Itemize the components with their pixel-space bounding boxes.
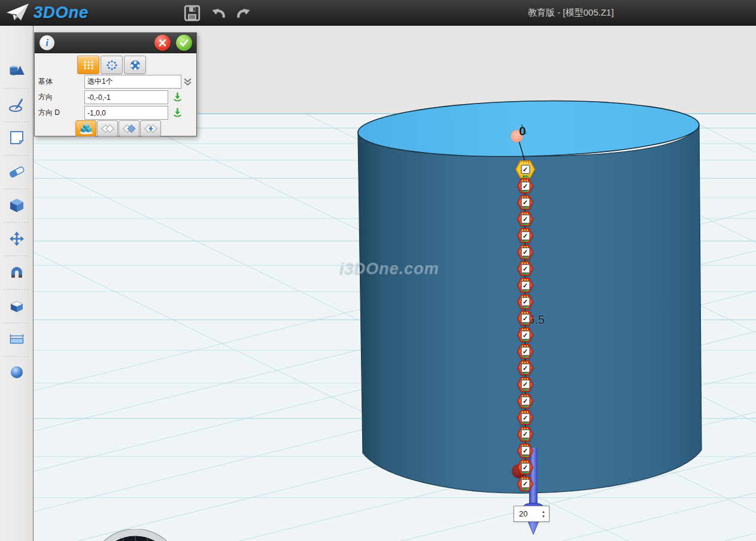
pattern-instance-handle[interactable]: ✓ xyxy=(517,211,533,226)
sidebar-separator xyxy=(4,88,29,89)
primitives-icon xyxy=(8,63,25,80)
sidebar-item-dimension[interactable] xyxy=(0,327,33,351)
pattern-instance-handle[interactable]: ✓ xyxy=(517,178,533,193)
sidebar-item-move[interactable] xyxy=(0,227,33,251)
direction-field-label: 方向 xyxy=(38,90,53,104)
hex-marker-shape: ✓ xyxy=(517,476,533,491)
sidebar-item-special[interactable] xyxy=(0,293,33,317)
circular-pattern-button[interactable] xyxy=(101,56,123,74)
pattern-instance-handle[interactable]: ✓ xyxy=(517,394,533,409)
direction-d-field-label: 方向 D xyxy=(38,106,60,120)
variance-center-button[interactable] xyxy=(140,120,161,136)
sidebar-item-solid[interactable] xyxy=(0,193,33,217)
pattern-instance-handle[interactable]: ✓ xyxy=(517,294,533,309)
instance-checkbox[interactable]: ✓ xyxy=(521,380,530,389)
dimension-icon xyxy=(8,330,25,347)
pattern-instance-handle[interactable]: ✓ xyxy=(517,195,533,210)
instance-checkbox[interactable]: ✓ xyxy=(521,479,530,488)
sidebar-item-sketch-plane[interactable] xyxy=(0,126,33,150)
window-title: 教育版 - [模型005.Z1] xyxy=(528,0,614,25)
special-box-icon xyxy=(8,297,25,314)
instance-checkbox[interactable]: ✓ xyxy=(521,397,530,406)
instance-checkbox[interactable]: ✓ xyxy=(521,430,530,439)
instance-checkbox[interactable]: ✓ xyxy=(521,248,530,257)
pattern-count-spinner[interactable]: ▲ ▼ xyxy=(514,506,549,522)
two-diamonds-icon xyxy=(100,123,116,135)
instance-checkbox[interactable]: ✓ xyxy=(521,330,530,339)
instance-checkbox[interactable]: ✓ xyxy=(521,314,530,323)
hex-marker-shape: ✓ xyxy=(517,360,533,375)
instance-checkbox[interactable]: ✓ xyxy=(521,463,530,472)
view-cube[interactable] xyxy=(87,529,183,541)
pattern-type-buttons xyxy=(77,56,146,74)
pattern-base-handle[interactable]: ✓ xyxy=(515,160,536,178)
info-icon[interactable]: i xyxy=(40,35,54,50)
pattern-instance-handle[interactable]: ✓ xyxy=(517,476,533,491)
pattern-instance-handle[interactable]: ✓ xyxy=(517,377,533,392)
redo-icon[interactable] xyxy=(235,4,253,22)
pick-direction-d-icon[interactable] xyxy=(172,107,183,117)
pattern-instance-handle[interactable]: ✓ xyxy=(517,427,533,442)
pattern-instance-handle[interactable]: ✓ xyxy=(517,344,533,359)
chevron-double-down-icon[interactable] xyxy=(183,77,193,87)
instance-checkbox[interactable]: ✓ xyxy=(521,281,530,290)
sidebar-item-eraser[interactable] xyxy=(0,160,33,184)
spherical-pattern-icon xyxy=(129,60,141,71)
hex-marker-shape: ✓ xyxy=(517,195,533,210)
pattern-dialog: i xyxy=(34,32,197,136)
pick-direction-icon[interactable] xyxy=(172,92,183,102)
paper-plane-icon xyxy=(6,2,30,23)
base-field-input[interactable] xyxy=(84,75,181,89)
confirm-button[interactable] xyxy=(176,35,192,51)
pattern-instance-handle[interactable]: ✓ xyxy=(517,460,533,475)
pattern-instance-handle[interactable]: ✓ xyxy=(517,245,533,260)
cancel-button[interactable] xyxy=(154,35,171,51)
instance-checkbox[interactable]: ✓ xyxy=(521,363,530,372)
undo-icon[interactable] xyxy=(210,4,227,22)
dialog-footer-buttons xyxy=(75,120,161,136)
instance-checkbox[interactable]: ✓ xyxy=(521,264,530,273)
linear-pattern-button[interactable] xyxy=(77,56,99,74)
pattern-instance-handle[interactable]: ✓ xyxy=(517,311,533,326)
spinner-down-icon[interactable]: ▼ xyxy=(542,515,545,518)
sidebar-separator xyxy=(4,189,29,189)
pattern-instance-handle[interactable]: ✓ xyxy=(517,278,533,293)
pattern-count-input[interactable] xyxy=(514,507,539,520)
direction-d-field-input[interactable] xyxy=(84,106,168,120)
sidebar-item-primitives[interactable] xyxy=(0,59,33,83)
pattern-instance-handle[interactable]: ✓ xyxy=(517,410,533,425)
pattern-geometry-button[interactable] xyxy=(75,120,96,136)
pattern-instance-handle[interactable]: ✓ xyxy=(517,360,533,375)
pattern-instance-handle[interactable]: ✓ xyxy=(517,443,533,458)
hex-marker-shape: ✓ xyxy=(517,443,533,458)
sidebar-item-sketch[interactable] xyxy=(0,93,33,117)
base-field-label: 基体 xyxy=(38,75,53,89)
instance-checkbox[interactable]: ✓ xyxy=(521,231,530,240)
instance-checkbox[interactable]: ✓ xyxy=(521,198,530,207)
sidebar-item-render[interactable] xyxy=(0,360,33,384)
variance-step-button[interactable] xyxy=(119,120,139,136)
instance-checkbox[interactable]: ✓ xyxy=(521,297,530,306)
instance-checkbox[interactable]: ✓ xyxy=(521,446,530,455)
hex-marker-shape: ✓ xyxy=(517,178,533,193)
sketch-plane-icon xyxy=(8,129,25,146)
instance-checkbox[interactable]: ✓ xyxy=(521,165,530,174)
spherical-pattern-button[interactable] xyxy=(124,56,146,74)
save-icon[interactable] xyxy=(183,4,201,22)
pattern-instance-handle[interactable]: ✓ xyxy=(517,261,533,276)
variance-none-button[interactable] xyxy=(97,120,118,136)
direction-field-input[interactable] xyxy=(84,90,168,104)
instance-checkbox[interactable]: ✓ xyxy=(521,347,530,356)
hex-marker-shape: ✓ xyxy=(517,294,533,309)
spinner-up-icon[interactable]: ▲ xyxy=(542,510,545,513)
diamond-center-dot-icon xyxy=(143,123,159,135)
pattern-instance-handle[interactable]: ✓ xyxy=(517,228,533,243)
dialog-header: i xyxy=(35,33,196,53)
hex-marker-shape: ✓ xyxy=(517,394,533,409)
tool-sidebar xyxy=(0,25,34,541)
instance-checkbox[interactable]: ✓ xyxy=(521,214,530,223)
instance-checkbox[interactable]: ✓ xyxy=(521,413,530,422)
pattern-instance-handle[interactable]: ✓ xyxy=(517,327,533,342)
sidebar-item-assembly[interactable] xyxy=(0,260,33,284)
instance-checkbox[interactable]: ✓ xyxy=(521,181,530,190)
